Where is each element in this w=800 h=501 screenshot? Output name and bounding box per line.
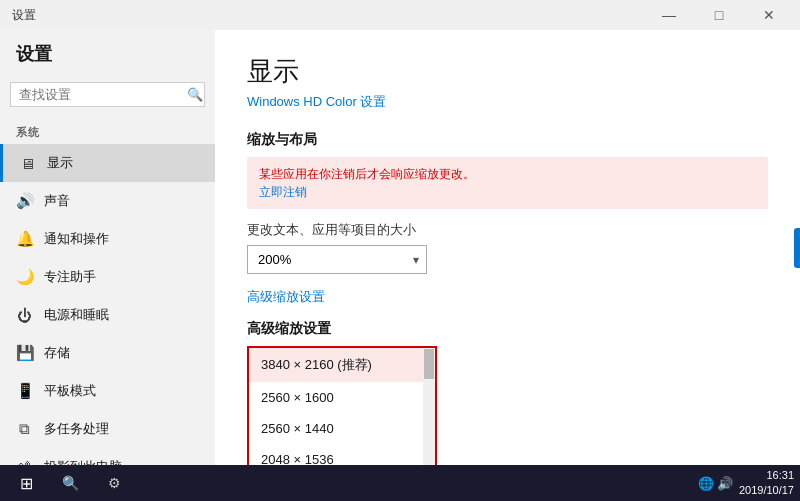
resolution-item-3[interactable]: 2048 × 1536 (249, 444, 435, 465)
sidebar-item-power-label: 电源和睡眠 (44, 306, 109, 324)
page-title: 显示 (247, 54, 768, 89)
multitask-icon: ⧉ (16, 420, 32, 438)
network-tray-icon: 🌐 (698, 476, 714, 491)
sidebar-search-container[interactable]: 🔍 (10, 82, 205, 107)
sidebar-item-tablet-label: 平板模式 (44, 382, 96, 400)
storage-icon: 💾 (16, 344, 32, 362)
resolution-scrollbar[interactable] (423, 348, 435, 465)
main-content: 显示 Windows HD Color 设置 缩放与布局 某些应用在你注销后才会… (215, 30, 800, 465)
settings-taskbar-button[interactable]: ⚙ (94, 467, 134, 499)
close-button[interactable]: ✕ (746, 0, 792, 30)
sidebar-item-focus-label: 专注助手 (44, 268, 96, 286)
advanced-scale-link[interactable]: 高级缩放设置 (247, 288, 768, 306)
sidebar-item-storage-label: 存储 (44, 344, 70, 362)
resolution-item-0[interactable]: 3840 × 2160 (推荐) (249, 348, 435, 382)
display-icon: 🖥 (19, 155, 35, 172)
clock-time: 16:31 (739, 468, 794, 483)
scale-label: 更改文本、应用等项目的大小 (247, 221, 768, 239)
settings-taskbar-icon: ⚙ (108, 475, 121, 491)
volume-tray-icon: 🔊 (717, 476, 733, 491)
right-edge-indicator (794, 228, 800, 268)
resolution-item-2[interactable]: 2560 × 1440 (249, 413, 435, 444)
notifications-icon: 🔔 (16, 230, 32, 248)
windows-icon: ⊞ (20, 474, 33, 493)
resolution-item-1[interactable]: 2560 × 1600 (249, 382, 435, 413)
sidebar-item-multitask[interactable]: ⧉ 多任务处理 (0, 410, 215, 448)
sidebar-header: 设置 (0, 30, 215, 78)
sidebar-item-storage[interactable]: 💾 存储 (0, 334, 215, 372)
sidebar-item-project-label: 投影到此电脑 (44, 458, 122, 465)
resolution-dropdown[interactable]: 3840 × 2160 (推荐) 2560 × 1600 2560 × 1440… (247, 346, 437, 465)
sidebar-section-label: 系统 (0, 117, 215, 144)
focus-icon: 🌙 (16, 268, 32, 286)
taskbar-clock[interactable]: 16:31 2019/10/17 (739, 468, 794, 499)
search-taskbar-button[interactable]: 🔍 (50, 467, 90, 499)
scale-select-wrapper: 200% 175% 150% 125% 100% ▾ (247, 245, 427, 274)
sidebar-item-display[interactable]: 🖥 显示 (0, 144, 215, 182)
resolution-scrollbar-thumb (424, 349, 434, 379)
tray-icons: 🌐 🔊 (698, 476, 733, 491)
resolution-dropdown-box: 3840 × 2160 (推荐) 2560 × 1600 2560 × 1440… (247, 346, 437, 465)
taskbar-right: 🌐 🔊 16:31 2019/10/17 (698, 468, 794, 499)
app-body: 设置 🔍 系统 🖥 显示 🔊 声音 🔔 通知和操作 🌙 专注助手 ⏻ 电源和睡眠… (0, 30, 800, 465)
sidebar-item-sound-label: 声音 (44, 192, 70, 210)
warning-box: 某些应用在你注销后才会响应缩放更改。 立即注销 (247, 157, 768, 209)
hd-color-link[interactable]: Windows HD Color 设置 (247, 93, 768, 111)
taskbar: ⊞ 🔍 ⚙ 🌐 🔊 16:31 2019/10/17 (0, 465, 800, 501)
sidebar-item-sound[interactable]: 🔊 声音 (0, 182, 215, 220)
search-input[interactable] (19, 87, 187, 102)
warning-link[interactable]: 立即注销 (259, 185, 307, 199)
sidebar-item-tablet[interactable]: 📱 平板模式 (0, 372, 215, 410)
sidebar-item-notifications[interactable]: 🔔 通知和操作 (0, 220, 215, 258)
sidebar-item-focus[interactable]: 🌙 专注助手 (0, 258, 215, 296)
sidebar-item-notifications-label: 通知和操作 (44, 230, 109, 248)
sidebar: 设置 🔍 系统 🖥 显示 🔊 声音 🔔 通知和操作 🌙 专注助手 ⏻ 电源和睡眠… (0, 30, 215, 465)
maximize-button[interactable]: □ (696, 0, 742, 30)
clock-date: 2019/10/17 (739, 483, 794, 498)
resolution-section-title: 高级缩放设置 (247, 320, 768, 338)
title-bar-title: 设置 (12, 7, 36, 24)
minimize-button[interactable]: — (646, 0, 692, 30)
sidebar-item-project[interactable]: 📽 投影到此电脑 (0, 448, 215, 465)
sidebar-item-display-label: 显示 (47, 154, 73, 172)
warning-text: 某些应用在你注销后才会响应缩放更改。 立即注销 (259, 165, 756, 201)
power-icon: ⏻ (16, 307, 32, 324)
taskbar-left: ⊞ 🔍 ⚙ (6, 467, 134, 499)
scale-select[interactable]: 200% 175% 150% 125% 100% (247, 245, 427, 274)
tablet-icon: 📱 (16, 382, 32, 400)
scale-section-title: 缩放与布局 (247, 131, 768, 149)
start-button[interactable]: ⊞ (6, 467, 46, 499)
search-taskbar-icon: 🔍 (62, 475, 79, 491)
sidebar-item-multitask-label: 多任务处理 (44, 420, 109, 438)
title-bar: 设置 — □ ✕ (0, 0, 800, 30)
sidebar-item-power[interactable]: ⏻ 电源和睡眠 (0, 296, 215, 334)
search-icon: 🔍 (187, 87, 203, 102)
sound-icon: 🔊 (16, 192, 32, 210)
